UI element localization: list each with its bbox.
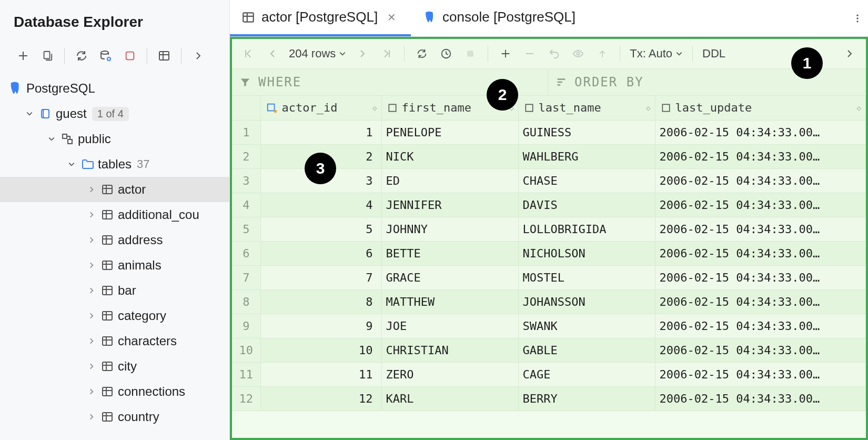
cell-first-name[interactable]: JENNIFER (381, 193, 518, 217)
prev-page-button[interactable] (261, 43, 284, 65)
cell-actor-id[interactable]: 6 (260, 241, 381, 265)
cell-last-name[interactable]: GUINESS (518, 120, 655, 144)
cell-first-name[interactable]: ED (381, 168, 518, 193)
cell-actor-id[interactable]: 5 (260, 217, 381, 241)
expand-button[interactable] (188, 45, 209, 66)
cell-last-name[interactable]: CAGE (518, 362, 655, 386)
cell-actor-id[interactable]: 10 (260, 338, 381, 362)
datasource-settings-button[interactable] (95, 45, 116, 66)
close-icon[interactable]: ✕ (384, 10, 399, 25)
table-row[interactable]: 44JENNIFERDAVIS2006-02-15 04:34:33.00… (232, 193, 866, 217)
cell-last-name[interactable]: GABLE (518, 338, 655, 362)
tree-table-item[interactable]: additional_cou (0, 202, 229, 227)
first-page-button[interactable] (237, 43, 259, 65)
cell-actor-id[interactable]: 12 (260, 386, 381, 411)
cell-first-name[interactable]: KARL (381, 386, 518, 411)
next-page-button[interactable] (351, 43, 374, 65)
cell-last-name[interactable]: WAHLBERG (518, 144, 655, 168)
tree-datasource[interactable]: PostgreSQL (0, 76, 229, 101)
cell-last-update[interactable]: 2006-02-15 04:34:33.00… (655, 168, 866, 193)
cell-first-name[interactable]: ZERO (381, 362, 518, 386)
cancel-query-button[interactable] (459, 43, 481, 65)
cell-first-name[interactable]: NICK (381, 144, 518, 168)
table-row[interactable]: 1212KARLBERRY2006-02-15 04:34:33.00… (232, 386, 866, 411)
cell-last-name[interactable]: LOLLOBRIGIDA (518, 217, 655, 241)
last-page-button[interactable] (376, 43, 398, 65)
more-button[interactable] (839, 43, 861, 65)
cell-first-name[interactable]: PENELOPE (381, 120, 518, 144)
column-header-last-update[interactable]: last_update ◇ (655, 96, 866, 120)
tree-tables-folder[interactable]: tables 37 (0, 152, 229, 177)
history-button[interactable] (435, 43, 457, 65)
cell-last-update[interactable]: 2006-02-15 04:34:33.00… (655, 217, 866, 241)
data-grid[interactable]: actor_id ◇ first_name ◇ (232, 96, 866, 438)
add-row-button[interactable] (494, 43, 517, 65)
column-header-actor-id[interactable]: actor_id ◇ (260, 96, 381, 120)
tree-schema[interactable]: public (0, 126, 229, 152)
cell-actor-id[interactable]: 9 (260, 314, 381, 338)
table-row[interactable]: 1111ZEROCAGE2006-02-15 04:34:33.00… (232, 362, 866, 386)
cell-last-name[interactable]: MOSTEL (518, 265, 655, 289)
tree-table-item[interactable]: connections (0, 379, 229, 404)
reload-button[interactable] (411, 43, 433, 65)
tree-db[interactable]: guest 1 of 4 (0, 101, 229, 126)
cell-first-name[interactable]: JOHNNY (381, 217, 518, 241)
tree-table-item[interactable]: category (0, 303, 229, 328)
cell-actor-id[interactable]: 8 (260, 289, 381, 314)
table-row[interactable]: 11PENELOPEGUINESS2006-02-15 04:34:33.00… (232, 120, 866, 144)
delete-row-button[interactable] (519, 43, 541, 65)
cell-last-update[interactable]: 2006-02-15 04:34:33.00… (655, 241, 866, 265)
table-row[interactable]: 99JOESWANK2006-02-15 04:34:33.00… (232, 314, 866, 338)
table-row[interactable]: 88MATTHEWJOHANSSON2006-02-15 04:34:33.00… (232, 289, 866, 314)
revert-button[interactable] (543, 43, 565, 65)
cell-first-name[interactable]: JOE (381, 314, 518, 338)
tx-mode-dropdown[interactable]: Tx: Auto (627, 47, 686, 61)
cell-last-name[interactable]: DAVIS (518, 193, 655, 217)
tree-table-item[interactable]: address (0, 227, 229, 253)
duplicate-button[interactable] (37, 45, 58, 66)
tree-table-item[interactable]: characters (0, 328, 229, 354)
cell-last-update[interactable]: 2006-02-15 04:34:33.00… (655, 265, 866, 289)
cell-first-name[interactable]: GRACE (381, 265, 518, 289)
rows-count-dropdown[interactable]: 204 rows (286, 47, 349, 61)
cell-last-update[interactable]: 2006-02-15 04:34:33.00… (655, 362, 866, 386)
cell-last-update[interactable]: 2006-02-15 04:34:33.00… (655, 120, 866, 144)
column-header-last-name[interactable]: last_name ◇ (518, 96, 655, 120)
cell-last-name[interactable]: CHASE (518, 168, 655, 193)
ddl-button[interactable]: DDL (699, 47, 729, 61)
view-options-button[interactable] (154, 45, 175, 66)
cell-last-update[interactable]: 2006-02-15 04:34:33.00… (655, 314, 866, 338)
cell-last-update[interactable]: 2006-02-15 04:34:33.00… (655, 193, 866, 217)
tree-table-item[interactable]: animals (0, 253, 229, 278)
tab[interactable]: console [PostgreSQL] (411, 0, 587, 36)
table-row[interactable]: 77GRACEMOSTEL2006-02-15 04:34:33.00… (232, 265, 866, 289)
tree-table-item[interactable]: bar (0, 278, 229, 303)
submit-button[interactable] (591, 43, 613, 65)
cell-last-update[interactable]: 2006-02-15 04:34:33.00… (655, 289, 866, 314)
table-row[interactable]: 55JOHNNYLOLLOBRIGIDA2006-02-15 04:34:33.… (232, 217, 866, 241)
cell-actor-id[interactable]: 4 (260, 193, 381, 217)
preview-changes-button[interactable] (567, 43, 589, 65)
cell-first-name[interactable]: CHRISTIAN (381, 338, 518, 362)
add-button[interactable] (13, 45, 34, 66)
cell-actor-id[interactable]: 7 (260, 265, 381, 289)
cell-first-name[interactable]: BETTE (381, 241, 518, 265)
stop-button[interactable] (119, 45, 140, 66)
table-row[interactable]: 66BETTENICHOLSON2006-02-15 04:34:33.00… (232, 241, 866, 265)
tree-table-item[interactable]: city (0, 354, 229, 379)
tree-table-item[interactable]: country (0, 404, 229, 429)
cell-last-update[interactable]: 2006-02-15 04:34:33.00… (655, 144, 866, 168)
tree-table-item[interactable]: actor (0, 177, 229, 202)
cell-last-name[interactable]: JOHANSSON (518, 289, 655, 314)
cell-last-name[interactable]: BERRY (518, 386, 655, 411)
cell-first-name[interactable]: MATTHEW (381, 289, 518, 314)
cell-last-update[interactable]: 2006-02-15 04:34:33.00… (655, 338, 866, 362)
refresh-button[interactable] (71, 45, 92, 66)
tabs-overflow-button[interactable] (847, 8, 868, 29)
table-row[interactable]: 1010CHRISTIANGABLE2006-02-15 04:34:33.00… (232, 338, 866, 362)
cell-last-name[interactable]: NICHOLSON (518, 241, 655, 265)
cell-actor-id[interactable]: 11 (260, 362, 381, 386)
tab[interactable]: actor [PostgreSQL]✕ (230, 0, 411, 36)
cell-last-name[interactable]: SWANK (518, 314, 655, 338)
cell-last-update[interactable]: 2006-02-15 04:34:33.00… (655, 386, 866, 411)
